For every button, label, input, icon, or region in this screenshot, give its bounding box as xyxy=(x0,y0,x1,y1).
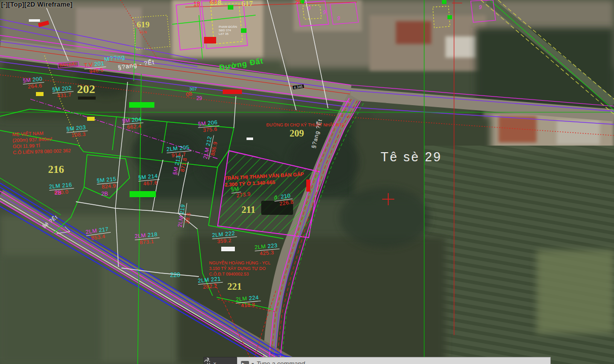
parcel-measurement-label: 2LM 222359.2 xyxy=(212,229,237,245)
map-small-label: 29 xyxy=(196,96,202,102)
viewport-controls[interactable]: [-][Top][2D Wireframe] xyxy=(1,1,72,8)
parcel-measurement-label: §M 202431.7 xyxy=(52,83,74,99)
map-small-label: 26 xyxy=(295,0,301,6)
command-bar[interactable]: × ▸ ▾ Type a command xyxy=(203,357,551,364)
map-annotation: PHẠM ĐOÀNSĐD 374LẠT 35 xyxy=(219,25,237,36)
map-small-label: 2B xyxy=(101,191,108,197)
parcel-number: 221 xyxy=(227,282,242,292)
parcel-measurement-label: §M 215824.9 xyxy=(96,174,118,190)
map-small-label: 2B xyxy=(55,190,61,196)
parcel-measurement-label: 2LM 224418.8 xyxy=(235,293,261,309)
parcel-measurement-label: §M 214467.6 xyxy=(138,171,160,187)
parcel-number: 216 xyxy=(48,164,64,175)
recent-commands-icon[interactable]: ▾ xyxy=(252,361,254,364)
viewport-canvas[interactable]: [-][Top][2D Wireframe] Tê sè 29 §M 20026… xyxy=(0,0,614,364)
map-annotation: MẸ VIỆT NAM(200m) 937.940m²GỌI 11.99 TỈC… xyxy=(12,129,71,156)
parcel-number: 202 xyxy=(77,83,95,96)
parcel-measurement-label: 2LM 218873.1 xyxy=(134,230,160,246)
parcel-number: 617 xyxy=(241,0,253,8)
map-small-label: CLN xyxy=(140,30,147,34)
map-small-label: 9 xyxy=(337,16,340,22)
parcel-measurement-label: 2LM 223425.3 xyxy=(254,241,280,257)
map-small-label: 9 xyxy=(479,5,482,11)
map-annotation: NGUYỄN HOÀNG HÙNG - YCL3.150 TỶ XÂY DỰNG… xyxy=(209,260,270,277)
map-small-label: 9 xyxy=(308,6,311,12)
map-small-label: 9 xyxy=(323,10,326,16)
map-small-label: 18 xyxy=(193,1,200,8)
parcel-number: 211 xyxy=(241,205,255,215)
map-small-label: 220 xyxy=(170,272,180,279)
command-placeholder: Type a command xyxy=(257,360,305,364)
command-prompt-icon: ▸ xyxy=(241,361,249,364)
map-small-label: 615 xyxy=(210,0,217,5)
parcel-measurement-label: §M 204662.4 xyxy=(121,114,144,130)
map-small-label: 307 xyxy=(189,87,197,92)
parcel-measurement-label: §M 200264.6 xyxy=(22,74,45,89)
command-bar-handle[interactable]: × xyxy=(203,357,237,364)
parcel-measurement-label: §M 206375.6 xyxy=(197,117,220,133)
map-annotation: ĐƯỜNG ĐI CHỢ KỸ THUẬT NHẤT NTC xyxy=(266,122,345,127)
map-drawing xyxy=(0,0,614,364)
parcel-number: 619 xyxy=(137,20,150,29)
parcel-measurement-label: đ. 210226.8 xyxy=(273,191,294,207)
parcel-measurement-label: T.V 201946.5 xyxy=(84,58,107,74)
command-input[interactable]: ▸ ▾ Type a command xyxy=(237,357,551,364)
parcel-number: 209 xyxy=(290,128,304,139)
close-icon[interactable]: × xyxy=(213,361,216,364)
region-label: Tê sè 29 xyxy=(381,150,442,164)
